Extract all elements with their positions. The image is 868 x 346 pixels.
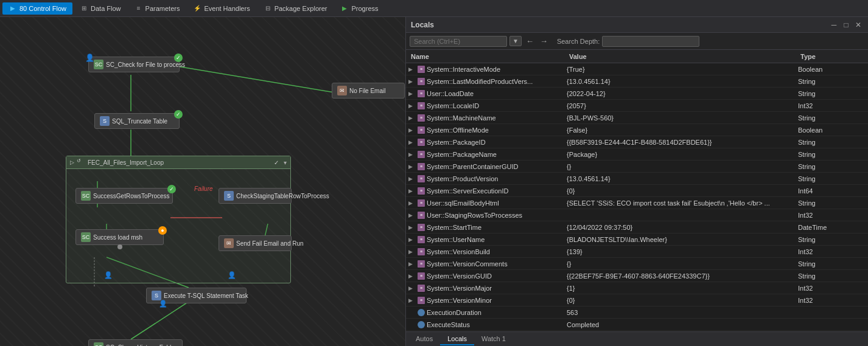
minimize-button[interactable]: ─ bbox=[829, 20, 839, 30]
close-button[interactable]: ✕ bbox=[853, 20, 863, 30]
event-handlers-icon: ⚡ bbox=[193, 4, 201, 13]
node-success-get-rows-icon: SC bbox=[81, 191, 91, 201]
table-row[interactable]: ▶≡System::OfflineMode{False}Boolean bbox=[406, 124, 868, 136]
parameters-icon: ≡ bbox=[135, 4, 143, 13]
node-sql-truncate[interactable]: S SQL_Truncate Table ✓ bbox=[94, 113, 180, 129]
search-depth-input[interactable] bbox=[602, 36, 699, 47]
tab-autos[interactable]: Autos bbox=[408, 333, 440, 345]
row-type-icon bbox=[417, 308, 425, 317]
table-row[interactable]: ▶≡System::ProductVersion{13.0.4561.14}St… bbox=[406, 173, 868, 185]
row-expand-icon: ▶ bbox=[408, 139, 417, 145]
node-sql-truncate-status: ✓ bbox=[174, 110, 183, 119]
table-row[interactable]: ▶≡User::sqlEmailBodyHtml{SELECT 'SSiS: E… bbox=[406, 197, 868, 209]
row-name: System::VersionMajor bbox=[427, 285, 567, 292]
bottom-tabs: Autos Locals Watch 1 bbox=[406, 331, 868, 346]
row-expand-icon: ▶ bbox=[408, 188, 417, 194]
table-row[interactable]: ▶≡System::LocaleID{2057}Int32 bbox=[406, 100, 868, 112]
tab-locals[interactable]: Locals bbox=[440, 333, 474, 345]
tab-event-handlers[interactable]: ⚡ Event Handlers bbox=[187, 2, 256, 15]
tab-progress[interactable]: ▶ Progress bbox=[334, 2, 384, 15]
table-row[interactable]: ▶≡System::ParentContainerGUID{}String bbox=[406, 161, 868, 173]
search-dropdown-button[interactable]: ▼ bbox=[509, 36, 522, 46]
row-value: {} bbox=[567, 163, 798, 170]
container-fec-icon: ↺ bbox=[77, 158, 85, 167]
row-value: {139} bbox=[567, 248, 798, 255]
row-type-icon: ≡ bbox=[417, 138, 425, 147]
locals-panel: Locals ─ □ ✕ ▼ ← → Search Depth: Name Va… bbox=[405, 17, 868, 346]
row-type: Int64 bbox=[798, 187, 866, 195]
node-check-staging[interactable]: S CheckStagingTableRowToProcess bbox=[219, 188, 292, 204]
row-name: System::VersionBuild bbox=[427, 248, 567, 255]
table-row[interactable]: ▶≡System::VersionComments{}String bbox=[406, 258, 868, 270]
table-row[interactable]: ExecutionDuration563 bbox=[406, 306, 868, 319]
table-row[interactable]: ▶≡System::UserName{BLADONJETSLTD\\Ian.Wh… bbox=[406, 234, 868, 246]
container-fec-header: ▷ ↺ FEC_All_Files_Import_Loop ✓ ▾ bbox=[66, 156, 290, 169]
row-type: Int32 bbox=[798, 248, 866, 255]
row-expand-icon: ▶ bbox=[408, 212, 417, 218]
search-back-button[interactable]: ← bbox=[524, 36, 536, 46]
node-no-file-email-label: No File Email bbox=[349, 88, 385, 94]
row-type-icon: ≡ bbox=[417, 247, 425, 256]
row-type-icon: ≡ bbox=[417, 162, 425, 171]
row-type-icon: ≡ bbox=[417, 272, 425, 280]
row-value: {2057} bbox=[567, 102, 798, 109]
container-fec-status: ✓ bbox=[274, 159, 279, 166]
restore-button[interactable]: □ bbox=[841, 20, 851, 30]
node-sc-clean-icon: SC bbox=[94, 342, 103, 346]
row-type: DateTime bbox=[798, 224, 866, 231]
row-type-icon: ≡ bbox=[417, 296, 425, 305]
tab-parameters[interactable]: ≡ Parameters bbox=[128, 2, 186, 15]
table-row[interactable]: ▶≡System::LastModifiedProductVers...{13.… bbox=[406, 75, 868, 88]
row-type-icon: ≡ bbox=[417, 260, 425, 268]
row-name: User::sqlEmailBodyHtml bbox=[427, 199, 567, 207]
table-row[interactable]: ▶≡System::InteractiveMode{True}Boolean bbox=[406, 63, 868, 75]
row-value: {12/04/2022 09:37:50} bbox=[567, 224, 798, 231]
tab-data-flow[interactable]: ⊞ Data Flow bbox=[74, 2, 127, 15]
node-success-load[interactable]: SC Success load msh ● bbox=[75, 229, 164, 245]
table-row[interactable]: ▶≡User::StagingRowsToProcessesInt32 bbox=[406, 209, 868, 221]
row-expand-icon: ▶ bbox=[408, 224, 417, 230]
table-row[interactable]: ▶≡System::PackageName{Package}String bbox=[406, 148, 868, 161]
table-row[interactable]: ▶≡System::VersionMajor{1}Int32 bbox=[406, 282, 868, 294]
row-type-icon: ≡ bbox=[417, 175, 425, 183]
row-type-icon: ≡ bbox=[417, 235, 425, 244]
row-type-icon: ≡ bbox=[417, 150, 425, 159]
node-execute-tsql[interactable]: S Execute T-SQL Statement Task 👤 bbox=[146, 288, 247, 303]
node-success-get-rows[interactable]: SC SuccessGetRowsToProcess ✓ bbox=[75, 188, 173, 204]
table-row[interactable]: ExecuteStatusCompleted bbox=[406, 319, 868, 331]
table-row[interactable]: ▶≡System::PackageID{{B58F3919-E244-4C1F-… bbox=[406, 136, 868, 148]
row-type: String bbox=[798, 90, 866, 97]
node-send-fail-email-icon: ✉ bbox=[224, 238, 234, 248]
row-value: {} bbox=[567, 260, 798, 268]
row-type: String bbox=[798, 139, 866, 146]
row-name: System::VersionGUID bbox=[427, 272, 567, 280]
node-no-file-email[interactable]: ✉ No File Email bbox=[332, 83, 405, 99]
node-send-fail-email[interactable]: ✉ Send Fail Email and Run bbox=[219, 235, 292, 251]
row-name: System::ServerExecutionID bbox=[427, 187, 567, 195]
flow-canvas[interactable]: SC SC_Check for File to process ✓ 👤 ✉ No… bbox=[0, 17, 405, 346]
row-expand-icon: ▶ bbox=[408, 127, 417, 133]
tab-package-explorer[interactable]: ⊟ Package Explorer bbox=[257, 2, 334, 15]
table-row[interactable]: ▶≡System::StartTime{12/04/2022 09:37:50}… bbox=[406, 221, 868, 234]
search-input[interactable] bbox=[410, 36, 507, 47]
tab-control-flow-label: 80 Control Flow bbox=[19, 5, 66, 12]
table-row[interactable]: ▶≡System::VersionBuild{139}Int32 bbox=[406, 246, 868, 258]
table-row[interactable]: ▶≡System::MachineName{BJL-PWS-560}String bbox=[406, 112, 868, 124]
tab-control-flow[interactable]: ▶ 80 Control Flow bbox=[2, 2, 72, 15]
node-sc-check[interactable]: SC SC_Check for File to process ✓ 👤 bbox=[88, 57, 180, 72]
node-sc-clean[interactable]: SC SC_Clean_History_Folder bbox=[88, 339, 183, 346]
tab-watch1[interactable]: Watch 1 bbox=[474, 333, 513, 345]
table-body[interactable]: ▶≡System::InteractiveMode{True}Boolean▶≡… bbox=[406, 63, 868, 331]
table-row[interactable]: ▶≡System::VersionGUID{{22BEF75F-B9E7-460… bbox=[406, 270, 868, 282]
table-row[interactable]: ▶≡System::ServerExecutionID{0}Int64 bbox=[406, 185, 868, 197]
container-fec-loop[interactable]: ▷ ↺ FEC_All_Files_Import_Loop ✓ ▾ SC Suc… bbox=[66, 156, 291, 283]
table-row[interactable]: ▶≡User::LoadDate{2022-04-12}String bbox=[406, 88, 868, 100]
row-type: String bbox=[798, 78, 866, 85]
control-flow-icon: ▶ bbox=[9, 4, 17, 13]
table-row[interactable]: ▶≡System::VersionMinor{0}Int32 bbox=[406, 294, 868, 306]
row-expand-icon: ▶ bbox=[408, 78, 417, 85]
container-fec-label: FEC_All_Files_Import_Loop bbox=[88, 159, 164, 166]
row-type-icon: ≡ bbox=[417, 187, 425, 195]
tab-event-handlers-label: Event Handlers bbox=[204, 5, 250, 12]
search-forward-button[interactable]: → bbox=[538, 36, 550, 46]
